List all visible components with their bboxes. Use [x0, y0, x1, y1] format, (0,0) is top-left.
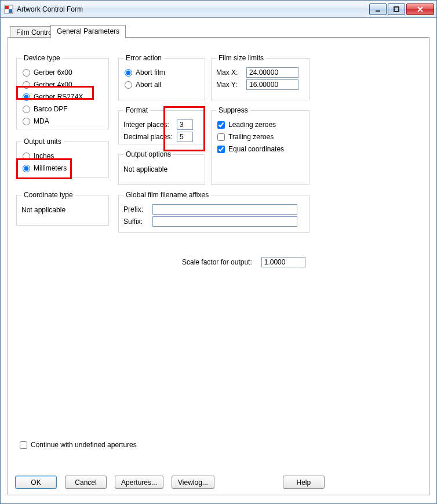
radio-abort-all[interactable]: Abort all [123, 79, 200, 90]
scale-factor-row: Scale factor for output: [182, 257, 305, 267]
legend-coordinate-type: Coordinate type [21, 191, 75, 199]
button-bar: OK Cancel Apertures... Viewlog... Help [15, 476, 422, 489]
svg-rect-4 [394, 7, 399, 12]
legend-film-size: Film size limits [216, 54, 266, 62]
radio-mda[interactable]: MDA [21, 116, 104, 126]
legend-output-options: Output options [123, 150, 173, 158]
group-film-size: Film size limits Max X: Max Y: [211, 54, 309, 100]
coordinate-type-value: Not applicable [21, 206, 65, 214]
legend-device-type: Device type [21, 54, 63, 62]
tab-panel: Device type Gerber 6x00 Gerber 4x00 Gerb… [8, 37, 429, 495]
legend-global-affixes: Global film filename affixes [123, 191, 211, 199]
check-equal-coordinates[interactable]: Equal coordinates [216, 144, 304, 154]
tab-general-parameters[interactable]: General Parameters [50, 25, 126, 38]
input-maxy[interactable] [246, 79, 298, 90]
label-integer-places: Integer places: [123, 121, 177, 129]
label-prefix: Prefix: [123, 205, 152, 213]
svg-rect-1 [5, 6, 9, 9]
close-button[interactable] [406, 3, 434, 15]
group-output-options: Output options Not applicable [118, 150, 205, 185]
input-decimal-places[interactable] [177, 132, 193, 142]
radio-gerber4x00[interactable]: Gerber 4x00 [21, 79, 104, 90]
group-output-units: Output units Inches Millimeters [16, 137, 109, 178]
app-icon [4, 5, 13, 14]
legend-output-units: Output units [21, 137, 64, 146]
maximize-button[interactable] [388, 3, 405, 15]
input-suffix[interactable] [152, 216, 297, 227]
check-trailing-zeroes[interactable]: Trailing zeroes [216, 132, 304, 142]
svg-rect-3 [376, 10, 380, 12]
group-coordinate-type: Coordinate type Not applicable [16, 191, 109, 226]
group-suppress: Suppress Leading zeroes Trailing zeroes … [211, 106, 309, 185]
minimize-button[interactable] [369, 3, 387, 15]
legend-suppress: Suppress [216, 106, 250, 114]
label-maxy: Max Y: [216, 81, 246, 89]
group-error-action: Error action Abort film Abort all [118, 54, 205, 100]
radio-gerber6x00[interactable]: Gerber 6x00 [21, 67, 104, 78]
output-options-value: Not applicable [123, 165, 167, 173]
label-scale-factor: Scale factor for output: [182, 258, 252, 266]
input-prefix[interactable] [152, 204, 297, 215]
svg-rect-2 [9, 9, 12, 13]
check-continue-apertures[interactable]: Continue with undefined apertures [19, 440, 137, 450]
group-format: Format Integer places: Decimal places: [118, 106, 205, 144]
label-suffix: Suffix: [123, 217, 152, 226]
radio-millimeters[interactable]: Millimeters [21, 163, 104, 173]
label-decimal-places: Decimal places: [123, 133, 177, 141]
apertures-button[interactable]: Apertures... [115, 476, 163, 489]
legend-format: Format [123, 106, 150, 114]
viewlog-button[interactable]: Viewlog... [172, 476, 214, 489]
titlebar: Artwork Control Form [1, 1, 436, 18]
group-device-type: Device type Gerber 6x00 Gerber 4x00 Gerb… [16, 54, 109, 129]
ok-button[interactable]: OK [15, 476, 57, 489]
input-scale-factor[interactable] [261, 257, 305, 267]
radio-barco-dpf[interactable]: Barco DPF [21, 104, 104, 114]
group-global-affixes: Global film filename affixes Prefix: Suf… [118, 191, 309, 233]
check-leading-zeroes[interactable]: Leading zeroes [216, 119, 304, 130]
legend-error-action: Error action [123, 54, 164, 62]
radio-inches[interactable]: Inches [21, 151, 104, 161]
tab-strip: Film Control General Parameters [8, 25, 429, 38]
cancel-button[interactable]: Cancel [65, 476, 107, 489]
radio-abort-film[interactable]: Abort film [123, 67, 200, 78]
window-title: Artwork Control Form [17, 5, 369, 13]
input-integer-places[interactable] [177, 119, 193, 130]
input-maxx[interactable] [246, 67, 298, 78]
help-button[interactable]: Help [283, 476, 325, 489]
label-maxx: Max X: [216, 68, 246, 77]
radio-gerber-rs274x[interactable]: Gerber RS274X [21, 92, 104, 102]
